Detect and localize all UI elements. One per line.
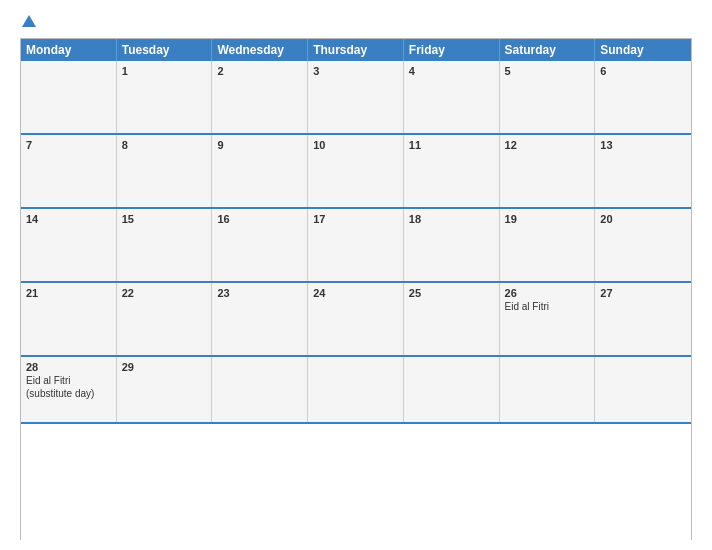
- event-label: Eid al Fitri: [505, 301, 590, 312]
- calendar-cell: 24: [308, 283, 404, 355]
- header-day-saturday: Saturday: [500, 39, 596, 61]
- calendar-cell: 2: [212, 61, 308, 133]
- calendar-cell: [21, 61, 117, 133]
- day-number: 18: [409, 213, 494, 225]
- calendar-cell: 8: [117, 135, 213, 207]
- calendar-cell: 20: [595, 209, 691, 281]
- calendar-cell: 9: [212, 135, 308, 207]
- day-number: 4: [409, 65, 494, 77]
- calendar: MondayTuesdayWednesdayThursdayFridaySatu…: [20, 38, 692, 540]
- calendar-cell: 19: [500, 209, 596, 281]
- day-number: 20: [600, 213, 686, 225]
- day-number: 23: [217, 287, 302, 299]
- calendar-cell: 3: [308, 61, 404, 133]
- calendar-cell: 28Eid al Fitri(substitute day): [21, 357, 117, 422]
- calendar-cell: 16: [212, 209, 308, 281]
- day-number: 9: [217, 139, 302, 151]
- calendar-cell: [500, 357, 596, 422]
- day-number: 21: [26, 287, 111, 299]
- day-number: 12: [505, 139, 590, 151]
- day-number: 15: [122, 213, 207, 225]
- calendar-cell: 17: [308, 209, 404, 281]
- calendar-cell: 25: [404, 283, 500, 355]
- calendar-week-4: 212223242526Eid al Fitri27: [21, 283, 691, 357]
- day-number: 3: [313, 65, 398, 77]
- calendar-cell: 1: [117, 61, 213, 133]
- day-number: 28: [26, 361, 111, 373]
- calendar-header: MondayTuesdayWednesdayThursdayFridaySatu…: [21, 39, 691, 61]
- calendar-cell: 27: [595, 283, 691, 355]
- header-day-friday: Friday: [404, 39, 500, 61]
- day-number: 25: [409, 287, 494, 299]
- calendar-cell: 12: [500, 135, 596, 207]
- header-day-sunday: Sunday: [595, 39, 691, 61]
- calendar-cell: 6: [595, 61, 691, 133]
- calendar-cell: [308, 357, 404, 422]
- day-number: 27: [600, 287, 686, 299]
- day-number: 19: [505, 213, 590, 225]
- day-number: 29: [122, 361, 207, 373]
- day-number: 26: [505, 287, 590, 299]
- calendar-cell: 21: [21, 283, 117, 355]
- day-number: 5: [505, 65, 590, 77]
- logo: [20, 16, 36, 28]
- calendar-cell: [212, 357, 308, 422]
- calendar-cell: 23: [212, 283, 308, 355]
- calendar-cell: 13: [595, 135, 691, 207]
- calendar-cell: 7: [21, 135, 117, 207]
- header-day-monday: Monday: [21, 39, 117, 61]
- calendar-cell: 18: [404, 209, 500, 281]
- header: [20, 16, 692, 28]
- header-day-wednesday: Wednesday: [212, 39, 308, 61]
- calendar-cell: [595, 357, 691, 422]
- day-number: 13: [600, 139, 686, 151]
- calendar-cell: 29: [117, 357, 213, 422]
- calendar-week-1: 123456: [21, 61, 691, 135]
- day-number: 17: [313, 213, 398, 225]
- day-number: 8: [122, 139, 207, 151]
- calendar-cell: 15: [117, 209, 213, 281]
- calendar-cell: 14: [21, 209, 117, 281]
- calendar-cell: 10: [308, 135, 404, 207]
- event-label: (substitute day): [26, 388, 111, 399]
- event-label: Eid al Fitri: [26, 375, 111, 386]
- day-number: 22: [122, 287, 207, 299]
- calendar-cell: 22: [117, 283, 213, 355]
- day-number: 10: [313, 139, 398, 151]
- calendar-cell: 11: [404, 135, 500, 207]
- day-number: 16: [217, 213, 302, 225]
- calendar-cell: [404, 357, 500, 422]
- calendar-cell: 5: [500, 61, 596, 133]
- header-day-thursday: Thursday: [308, 39, 404, 61]
- header-day-tuesday: Tuesday: [117, 39, 213, 61]
- day-number: 1: [122, 65, 207, 77]
- calendar-week-2: 78910111213: [21, 135, 691, 209]
- calendar-week-3: 14151617181920: [21, 209, 691, 283]
- day-number: 11: [409, 139, 494, 151]
- logo-triangle-icon: [22, 15, 36, 27]
- calendar-cell: 26Eid al Fitri: [500, 283, 596, 355]
- page: MondayTuesdayWednesdayThursdayFridaySatu…: [0, 0, 712, 550]
- day-number: 6: [600, 65, 686, 77]
- day-number: 2: [217, 65, 302, 77]
- day-number: 24: [313, 287, 398, 299]
- day-number: 14: [26, 213, 111, 225]
- calendar-week-5: 28Eid al Fitri(substitute day)29: [21, 357, 691, 424]
- calendar-body: 1234567891011121314151617181920212223242…: [21, 61, 691, 424]
- calendar-cell: 4: [404, 61, 500, 133]
- day-number: 7: [26, 139, 111, 151]
